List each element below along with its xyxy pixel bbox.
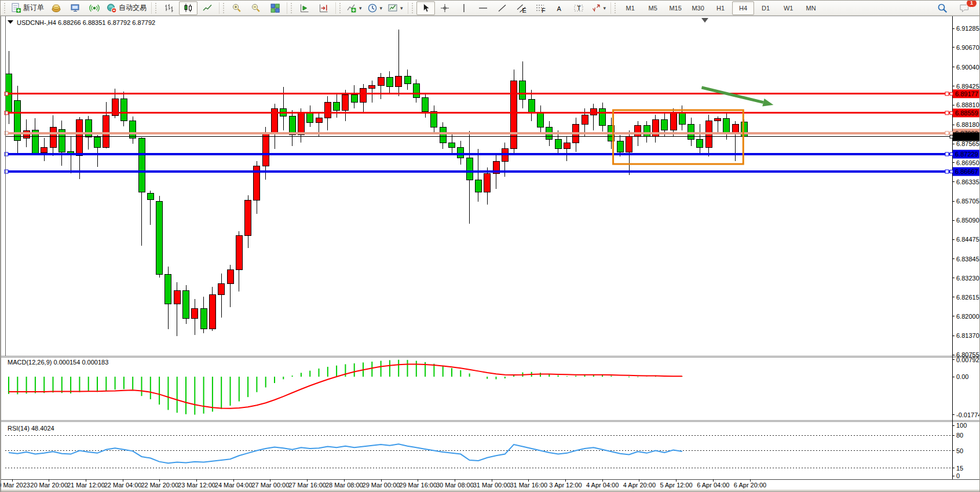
arrows-icon bbox=[591, 3, 601, 13]
time-tick-label: 3 Apr 12:00 bbox=[549, 482, 582, 489]
plate-anchor bbox=[950, 132, 953, 134]
candle-body bbox=[458, 147, 464, 158]
trendline-button[interactable] bbox=[493, 1, 511, 15]
auto-scroll-button[interactable] bbox=[295, 1, 314, 15]
main-toolbar: 新订单自动交易▾▾▾EFAT▾M1M5M15M30H1H4D1W1MN1 bbox=[1, 1, 979, 16]
price-chart-canvas[interactable]: 6.912856.906706.900406.894256.888106.881… bbox=[1, 16, 980, 492]
toolbar-separator bbox=[287, 2, 287, 14]
horizontal-line-button[interactable] bbox=[474, 1, 492, 15]
search-button[interactable] bbox=[933, 1, 952, 15]
cursor-button[interactable] bbox=[416, 1, 435, 15]
tf-h4-label: H4 bbox=[739, 5, 747, 12]
crosshair-icon bbox=[440, 3, 450, 13]
candle-body bbox=[307, 113, 313, 122]
candle-body bbox=[741, 122, 747, 137]
new-order-icon bbox=[11, 3, 21, 13]
bar-chart-button[interactable] bbox=[160, 1, 178, 15]
chevron-down-icon[interactable]: ▾ bbox=[359, 5, 362, 11]
tf-h1[interactable]: H1 bbox=[710, 1, 732, 15]
time-tick-label: 20 Mar 20:00 bbox=[30, 482, 68, 489]
candle-body bbox=[679, 113, 685, 124]
tf-mn[interactable]: MN bbox=[800, 1, 822, 15]
indicators-button[interactable]: ▾ bbox=[344, 1, 364, 15]
data-window-button[interactable] bbox=[66, 1, 85, 15]
fibo-icon: F bbox=[535, 3, 546, 13]
tf-m30-label: M30 bbox=[692, 5, 704, 12]
vertical-line-button[interactable] bbox=[455, 1, 473, 15]
time-tick-label: 21 Mar 12:00 bbox=[67, 482, 105, 489]
candle-body bbox=[369, 85, 375, 88]
tile-windows-button[interactable] bbox=[266, 1, 284, 15]
tf-m1[interactable]: M1 bbox=[619, 1, 641, 15]
candle-body bbox=[697, 140, 703, 147]
plate-anchor bbox=[950, 111, 953, 114]
text-button[interactable]: A bbox=[550, 1, 569, 15]
candle[interactable] bbox=[183, 285, 189, 324]
candle-body bbox=[351, 94, 357, 102]
candlestick-chart-button[interactable] bbox=[179, 1, 198, 15]
candle-body bbox=[334, 103, 340, 110]
line-handle[interactable] bbox=[945, 92, 949, 96]
templates-button[interactable]: ▾ bbox=[385, 1, 405, 15]
periods-button[interactable]: ▾ bbox=[365, 1, 385, 15]
price-tick-label: 6.82000 bbox=[956, 313, 979, 320]
price-tick-label: 6.82615 bbox=[956, 294, 979, 301]
arrows-button[interactable]: ▾ bbox=[588, 1, 609, 15]
tf-m1-label: M1 bbox=[626, 5, 634, 12]
candle-body bbox=[245, 200, 251, 235]
line-handle[interactable] bbox=[945, 111, 949, 115]
svg-text:F: F bbox=[542, 7, 546, 13]
line-handle[interactable] bbox=[945, 132, 949, 135]
chevron-down-icon[interactable]: ▾ bbox=[380, 5, 383, 11]
tf-m5[interactable]: M5 bbox=[642, 1, 664, 15]
channel-button[interactable]: E bbox=[512, 1, 531, 15]
crosshair-button[interactable] bbox=[436, 1, 454, 15]
candle-body bbox=[50, 127, 56, 147]
candle[interactable] bbox=[156, 196, 163, 278]
candle-body bbox=[715, 118, 721, 121]
chart-shift-button[interactable] bbox=[315, 1, 333, 15]
price-plate-6.87792: 6.87792 bbox=[950, 132, 980, 141]
line-handle[interactable] bbox=[945, 152, 949, 156]
tf-m15[interactable]: M15 bbox=[664, 1, 686, 15]
toolbar-separator bbox=[408, 2, 408, 14]
tf-h4[interactable]: H4 bbox=[732, 1, 754, 15]
plate-anchor bbox=[950, 153, 953, 156]
candle-body bbox=[386, 78, 393, 87]
zoom-out-button[interactable] bbox=[247, 1, 265, 15]
price-tick-label: 6.91285 bbox=[956, 25, 979, 32]
candle-body bbox=[511, 81, 517, 149]
time-tick-label: 5 Apr 12:00 bbox=[660, 482, 692, 489]
fibonacci-button[interactable]: F bbox=[531, 1, 550, 15]
chevron-down-icon[interactable]: ▾ bbox=[604, 5, 606, 11]
tf-h1-label: H1 bbox=[716, 5, 725, 12]
candle-body bbox=[218, 283, 225, 294]
candle-body bbox=[537, 113, 544, 127]
tf-w1[interactable]: W1 bbox=[777, 1, 799, 15]
candle-body bbox=[643, 126, 650, 137]
zoom-in-button[interactable] bbox=[228, 1, 246, 15]
autotrade-button-label: 自动交易 bbox=[119, 3, 147, 13]
candle-body bbox=[342, 94, 349, 110]
chevron-down-icon[interactable]: ▾ bbox=[400, 5, 403, 11]
line-handle[interactable] bbox=[945, 170, 949, 173]
tf-m30[interactable]: M30 bbox=[687, 1, 709, 15]
notifications-button[interactable]: 1 bbox=[955, 1, 974, 15]
signals-button[interactable] bbox=[85, 1, 104, 15]
text-label-button[interactable]: T bbox=[569, 1, 588, 15]
autotrade-button[interactable]: 自动交易 bbox=[104, 1, 149, 15]
candle-body bbox=[661, 119, 668, 130]
toolbar-grip bbox=[290, 3, 293, 13]
toolbar-grip bbox=[3, 3, 6, 13]
rsi-tick-label: 0 bbox=[956, 472, 960, 479]
market-watch-button[interactable] bbox=[47, 1, 65, 15]
svg-text:T: T bbox=[577, 4, 581, 11]
candle-body bbox=[147, 194, 153, 199]
candle-body bbox=[564, 143, 570, 149]
new-order-button[interactable]: 新订单 bbox=[9, 1, 46, 15]
toolbar-separator bbox=[335, 2, 336, 14]
macd-tick-label: 0.007929 bbox=[956, 356, 980, 363]
line-chart-button[interactable] bbox=[198, 1, 217, 15]
tf-d1[interactable]: D1 bbox=[755, 1, 777, 15]
candle-body bbox=[298, 113, 304, 134]
